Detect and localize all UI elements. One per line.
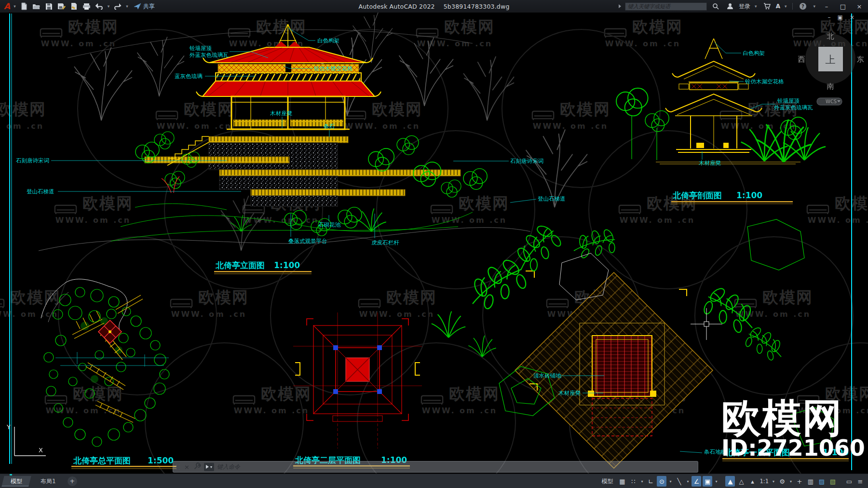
sign-in-caret-icon[interactable]: ▾ xyxy=(753,4,759,9)
new-file-button[interactable] xyxy=(18,1,30,11)
viewcube-west[interactable]: 西 xyxy=(798,55,805,64)
minimize-button[interactable]: – xyxy=(820,1,833,12)
search-collapse-icon[interactable] xyxy=(619,4,621,8)
label-lattice: 铨仿木镂空花格 xyxy=(313,65,353,72)
workspace-gear-icon[interactable]: ⚙ xyxy=(777,476,787,487)
app-name: Autodesk AutoCAD 2022 xyxy=(358,3,434,10)
viewcube-top[interactable]: 上 xyxy=(826,54,836,66)
isodraft-caret-icon[interactable]: ▾ xyxy=(685,476,690,487)
command-close-icon[interactable]: × xyxy=(183,463,191,471)
doc-minimize-button[interactable]: – xyxy=(828,14,831,21)
undo-caret-icon[interactable]: ▾ xyxy=(106,4,111,9)
scale-caret-icon[interactable]: ▾ xyxy=(771,476,776,487)
elevation-title: 北倚亭立面图 1:100 xyxy=(214,260,312,274)
grid-toggle[interactable]: ▦ xyxy=(617,476,627,487)
paper-plane-icon xyxy=(134,3,141,10)
svg-text:北倚亭立面图: 北倚亭立面图 xyxy=(215,260,265,270)
save-button[interactable] xyxy=(43,1,55,11)
tab-model[interactable]: 模型 xyxy=(1,476,31,487)
watermark-id: ID:2721060 xyxy=(721,437,865,459)
document-window-controls: – ▣ × xyxy=(828,14,854,21)
customize-wrench-icon[interactable] xyxy=(194,462,201,472)
viewcube-east[interactable]: 东 xyxy=(857,55,864,64)
annotation-scale-icon[interactable]: ▴ xyxy=(747,476,757,487)
label-glaze: 蓝灰色琉璃 xyxy=(175,73,203,80)
command-input[interactable]: 键入命令 xyxy=(217,463,240,471)
label-section-bench: 木材座凳 xyxy=(698,160,721,166)
command-bar-grip[interactable] xyxy=(176,464,180,470)
user-icon[interactable] xyxy=(724,1,736,11)
label-steps-left: 登山石梯道 xyxy=(27,188,54,195)
snap-caret-icon[interactable]: ▾ xyxy=(639,476,644,487)
viewcube-south[interactable]: 南 xyxy=(827,82,834,91)
tab-indicator xyxy=(10,474,12,475)
ucs-icon[interactable]: X Y xyxy=(6,423,46,456)
label-platform: 叠落式观景平台 xyxy=(288,238,327,244)
close-button[interactable]: × xyxy=(853,1,866,12)
object-snap-tracking-toggle[interactable]: ∠ xyxy=(692,476,701,487)
command-prompt-icon[interactable]: ▾ xyxy=(204,463,214,471)
annotation-autoscale-toggle[interactable]: △ xyxy=(736,476,746,487)
command-caret-icon[interactable]: ▾ xyxy=(210,465,212,469)
maximize-button[interactable]: □ xyxy=(836,1,850,12)
graphics-performance-toggle[interactable]: ▨ xyxy=(817,476,827,487)
print-button[interactable] xyxy=(81,1,93,11)
label-roof-line2: 外蓝灰色琉璃瓦 xyxy=(189,52,229,58)
viewcube-north[interactable]: 北 xyxy=(827,32,834,41)
tab-layout1[interactable]: 布局1 xyxy=(31,476,65,487)
annotation-scale-value[interactable]: 1:1 xyxy=(759,476,770,487)
command-bar[interactable]: × ▾ 键入命令 xyxy=(173,461,698,473)
ucs-x-label: X xyxy=(39,447,43,454)
isodraft-toggle[interactable]: ╲ xyxy=(674,476,684,487)
autocad-window: A ▾ ▾ ▾ 共享 Autodesk AutoCAD 20225b389147… xyxy=(0,0,868,488)
site-plan-title: 北倚亭总平面图 1:500 xyxy=(71,456,176,469)
wcs-label[interactable]: WCS xyxy=(826,99,837,104)
snap-toggle[interactable]: ∷ xyxy=(628,476,638,487)
plot-stamp-button[interactable] xyxy=(68,1,80,11)
workspace-caret-icon[interactable]: ▾ xyxy=(788,476,793,487)
annotation-visibility-toggle[interactable]: ▲ xyxy=(725,476,735,487)
second-floor-plan-view: 北倚亭二层平面图 1:100 xyxy=(293,312,422,468)
label-section-roof1: 铨墙屋顶 xyxy=(777,97,800,104)
undo-button[interactable] xyxy=(94,1,105,11)
osnap-caret-icon[interactable]: ▾ xyxy=(714,476,719,487)
polar-tracking-toggle[interactable]: ⊙ xyxy=(657,476,666,487)
drawing-canvas[interactable]: 欧模网WWW. om .cn欧模网WWW. om .cn欧模网WWW. om .… xyxy=(0,13,868,474)
ortho-toggle[interactable]: ∟ xyxy=(646,476,655,487)
label-white-frame: 白色构架 xyxy=(317,37,339,44)
site-plan-view: 北倚亭总平面图 1:500 xyxy=(41,279,176,469)
app-store-cart-icon[interactable] xyxy=(761,1,773,11)
app-caret-icon[interactable]: ▾ xyxy=(783,4,788,9)
annotation-monitor-toggle[interactable]: + xyxy=(795,476,804,487)
help-caret-icon[interactable]: ▾ xyxy=(812,4,817,9)
title-bar: A ▾ ▾ ▾ 共享 Autodesk AutoCAD 20225b389147… xyxy=(0,0,868,13)
search-icon[interactable] xyxy=(710,1,721,11)
share-button[interactable]: 共享 xyxy=(131,2,158,11)
search-input[interactable] xyxy=(625,2,707,11)
share-label: 共享 xyxy=(143,2,155,11)
label-ff-bench: 木材座凳 xyxy=(558,390,581,396)
label-steps-right: 登山石梯道 xyxy=(538,195,566,202)
viewcube[interactable]: 上 北 西 东 南 WCS xyxy=(798,32,864,105)
save-as-button[interactable] xyxy=(56,1,68,11)
object-snap-toggle[interactable]: ▣ xyxy=(703,476,712,487)
svg-text:1:500: 1:500 xyxy=(148,456,174,465)
polar-caret-icon[interactable]: ▾ xyxy=(668,476,673,487)
label-railing: 虎皮石栏杆 xyxy=(371,239,399,246)
doc-close-button[interactable]: × xyxy=(850,14,854,21)
autodesk-app-icon[interactable]: A xyxy=(776,3,780,10)
app-menu-caret-icon[interactable]: ▾ xyxy=(12,4,17,9)
autocad-logo-icon[interactable]: A xyxy=(3,1,11,11)
hardware-acceleration-toggle[interactable]: ▧ xyxy=(828,476,838,487)
label-poetry-right: 石刻唐诗宋词 xyxy=(510,158,543,164)
help-icon[interactable]: ? xyxy=(797,1,809,11)
doc-restore-button[interactable]: ▣ xyxy=(838,14,843,21)
sign-in-button[interactable]: 登录 xyxy=(739,2,750,11)
redo-button[interactable] xyxy=(112,1,123,11)
isolate-objects-toggle[interactable]: ▥ xyxy=(806,476,815,487)
clean-screen-toggle[interactable]: ▭ xyxy=(844,476,854,487)
open-file-button[interactable] xyxy=(31,1,42,11)
add-layout-button[interactable]: + xyxy=(68,476,77,486)
customization-menu-button[interactable]: ≡ xyxy=(855,476,865,487)
redo-caret-icon[interactable]: ▾ xyxy=(124,4,130,9)
